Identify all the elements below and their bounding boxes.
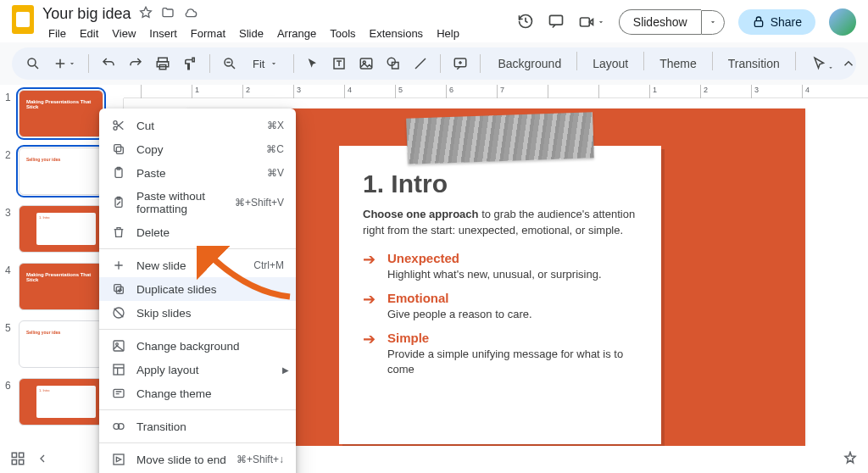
- ctx-label: Paste without formatting: [136, 190, 225, 215]
- svg-rect-31: [114, 454, 124, 465]
- ctx-shortcut: Ctrl+M: [253, 259, 284, 271]
- arrow-right-icon: ➔: [363, 291, 376, 322]
- paint-format-icon[interactable]: [177, 51, 203, 76]
- slide-point: ➔UnexpectedHighlight what's new, unusual…: [363, 251, 637, 282]
- menu-format[interactable]: Format: [185, 25, 231, 42]
- slide-thumbnail[interactable]: Making Presentations That Stick: [19, 90, 103, 137]
- menu-arrange[interactable]: Arrange: [271, 25, 322, 42]
- cloud-status-icon[interactable]: [183, 6, 198, 22]
- document-title[interactable]: Your big idea: [42, 5, 131, 23]
- svg-rect-34: [19, 453, 24, 457]
- svg-rect-1: [580, 18, 589, 26]
- point-title: Emotional: [387, 291, 532, 305]
- menu-slide[interactable]: Slide: [233, 25, 270, 42]
- ctx-shortcut: ⌘X: [267, 120, 284, 131]
- ctx-delete[interactable]: Delete: [99, 220, 296, 244]
- ctx-new-slide[interactable]: New slideCtrl+M: [99, 253, 296, 277]
- search-menu-icon[interactable]: [20, 51, 46, 76]
- ctx-skip-slides[interactable]: Skip slides: [99, 301, 296, 325]
- ctx-label: Cut: [136, 120, 257, 132]
- slide-thumbnail[interactable]: Making Presentations That Stick: [19, 263, 103, 310]
- slide-thumbnail[interactable]: Selling your idea: [19, 320, 103, 368]
- menu-file[interactable]: File: [42, 25, 72, 42]
- new-slide-button[interactable]: [47, 51, 81, 76]
- ctx-shortcut: ⌘V: [267, 167, 284, 179]
- menu-extensions[interactable]: Extensions: [364, 25, 430, 42]
- menu-help[interactable]: Help: [431, 25, 465, 42]
- toolbar-transition[interactable]: Transition: [718, 52, 790, 75]
- comment-add-icon[interactable]: [448, 51, 473, 76]
- slideshow-button[interactable]: Slideshow: [619, 9, 701, 35]
- pointer-mode-icon[interactable]: [812, 56, 834, 74]
- menu-tools[interactable]: Tools: [324, 25, 361, 42]
- ctx-label: Paste: [136, 167, 257, 180]
- menu-view[interactable]: View: [106, 25, 142, 42]
- arrow-right-icon: ➔: [363, 331, 376, 377]
- ctx-copy[interactable]: Copy⌘C: [99, 137, 296, 161]
- meet-icon[interactable]: [578, 14, 605, 31]
- history-icon[interactable]: [517, 13, 534, 32]
- textbox-icon[interactable]: [326, 51, 352, 76]
- ctx-transition[interactable]: Transition: [99, 415, 296, 438]
- ctx-change-background[interactable]: Change background: [99, 334, 296, 358]
- star-icon[interactable]: [139, 6, 153, 22]
- image-icon[interactable]: [353, 51, 379, 76]
- delete-icon: [111, 225, 126, 239]
- ctx-label: Change background: [136, 340, 284, 353]
- slide-content-card: 1. Intro Choose one approach to grab the…: [339, 146, 661, 444]
- slide-thumbnail[interactable]: Selling your idea: [19, 147, 103, 195]
- horizontal-ruler: 12345671234: [124, 85, 868, 98]
- svg-rect-36: [19, 459, 24, 464]
- svg-rect-0: [549, 15, 562, 25]
- hide-menus-icon[interactable]: [841, 56, 856, 74]
- ctx-duplicate-slides[interactable]: Duplicate slides: [99, 277, 296, 301]
- ctx-paste[interactable]: Paste⌘V: [99, 161, 296, 185]
- toolbar: Fit BackgroundLayoutThemeTransition: [12, 47, 856, 80]
- svg-rect-17: [114, 145, 121, 152]
- redo-icon[interactable]: [123, 51, 148, 76]
- zoom-tool-icon[interactable]: [217, 51, 242, 76]
- svg-rect-35: [12, 459, 16, 464]
- slides-logo-icon[interactable]: [12, 5, 34, 34]
- chevron-right-icon: ▶: [282, 365, 289, 375]
- svg-point-14: [114, 121, 117, 125]
- svg-rect-33: [12, 453, 16, 457]
- point-text: Highlight what's new, unusual, or surpri…: [387, 267, 602, 282]
- duplicate-icon: [111, 282, 126, 296]
- slideshow-dropdown[interactable]: [701, 10, 725, 35]
- slide-thumbnail[interactable]: 1. Intro: [19, 378, 103, 426]
- menu-edit[interactable]: Edit: [74, 25, 104, 42]
- slide-thumbnail[interactable]: 1. Intro: [19, 205, 103, 253]
- ctx-paste-without-formatting[interactable]: Paste without formatting⌘+Shift+V: [99, 185, 296, 220]
- line-icon[interactable]: [408, 51, 433, 76]
- point-title: Simple: [387, 331, 637, 345]
- thumb-number: 4: [5, 264, 14, 276]
- menu-insert[interactable]: Insert: [143, 25, 183, 42]
- toolbar-theme[interactable]: Theme: [649, 52, 707, 75]
- prev-slide-icon[interactable]: [36, 452, 49, 468]
- toolbar-layout[interactable]: Layout: [582, 52, 638, 75]
- ctx-move-slide-to-end[interactable]: Move slide to end⌘+Shift+↓: [99, 448, 296, 471]
- ctx-apply-layout[interactable]: Apply layout▶: [99, 358, 296, 381]
- grid-view-icon[interactable]: [10, 451, 25, 469]
- ctx-cut[interactable]: Cut⌘X: [99, 114, 296, 137]
- move-folder-icon[interactable]: [161, 6, 175, 22]
- explore-icon[interactable]: [843, 451, 858, 469]
- paste-icon: [111, 166, 126, 180]
- select-tool-icon[interactable]: [301, 52, 325, 75]
- ctx-change-theme[interactable]: Change theme: [99, 381, 296, 405]
- comments-icon[interactable]: [548, 13, 565, 32]
- slide-point: ➔EmotionalGive people a reason to care.: [363, 291, 637, 322]
- toolbar-background[interactable]: Background: [487, 52, 571, 75]
- shape-icon[interactable]: [381, 51, 406, 76]
- undo-icon[interactable]: [96, 51, 121, 76]
- thumb-number: 2: [5, 149, 14, 161]
- zoom-select[interactable]: Fit: [244, 54, 287, 74]
- slide-point: ➔SimpleProvide a simple unifying message…: [363, 331, 637, 377]
- print-icon[interactable]: [150, 51, 175, 76]
- share-button[interactable]: Share: [738, 9, 815, 35]
- account-avatar[interactable]: [829, 8, 856, 36]
- svg-rect-27: [114, 364, 124, 375]
- zoom-value: Fit: [253, 58, 264, 70]
- layout-icon: [111, 363, 126, 376]
